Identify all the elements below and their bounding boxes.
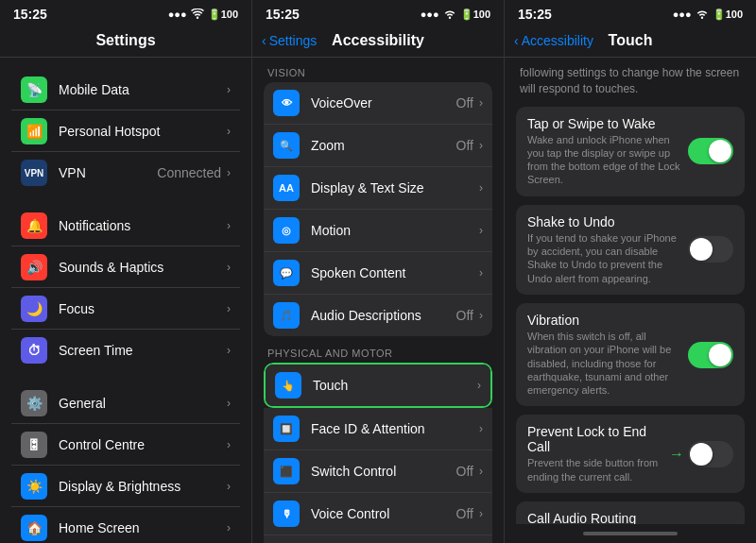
- arrow-prevent-lock: →: [669, 441, 733, 467]
- back-chevron-3: ‹: [514, 33, 519, 48]
- item-icon-screen-time: ⏱: [21, 337, 47, 364]
- p3-row-call-audio: Call Audio RoutingCall audio routing det…: [516, 501, 745, 524]
- p2-item-audio-desc[interactable]: 🎵Audio DescriptionsOff›: [264, 295, 492, 336]
- green-arrow-icon: →: [669, 446, 684, 463]
- p2-item-display-text[interactable]: AADisplay & Text Size›: [264, 167, 492, 210]
- p3-item-vibration[interactable]: VibrationWhen this switch is off, all vi…: [516, 303, 745, 406]
- bot-items: ⚙️General›🎛Control Centre›☀️Display & Br…: [11, 382, 240, 543]
- p2-chevron-voiceover: ›: [479, 96, 483, 110]
- p3-item-prevent-lock[interactable]: Prevent Lock to End CallPrevent the side…: [516, 415, 745, 493]
- p3-item-shake-undo[interactable]: Shake to UndoIf you tend to shake your i…: [516, 205, 745, 295]
- nav-bar-2: ‹ Settings Accessibility: [252, 26, 504, 58]
- item-icon-vpn: VPN: [21, 160, 47, 186]
- back-label-3: Accessibility: [522, 33, 593, 48]
- item-icon-personal-hotspot: 📶: [21, 118, 47, 144]
- toggle-prevent-lock[interactable]: [688, 441, 733, 467]
- p2-item-voice-control[interactable]: 🎙Voice ControlOff›: [264, 493, 492, 535]
- item-icon-display: ☀️: [21, 473, 47, 500]
- p2-chevron-display-text: ›: [479, 181, 483, 195]
- p2-icon-voice-control: 🎙: [273, 501, 300, 527]
- p3-title-tap-swipe-wake: Tap or Swipe to Wake: [527, 116, 688, 131]
- p2-item-motion[interactable]: ◎Motion›: [264, 210, 492, 252]
- list-item-sounds[interactable]: 🔊Sounds & Haptics›: [11, 246, 240, 288]
- item-label-display: Display & Brightness: [59, 479, 227, 494]
- list-item-focus[interactable]: 🌙Focus›: [11, 288, 240, 330]
- p3-item-tap-swipe-wake[interactable]: Tap or Swipe to WakeWake and unlock iPho…: [516, 107, 745, 196]
- p2-label-switch-control: Switch Control: [311, 464, 456, 479]
- nav-bar-3: ‹ Accessibility Touch: [505, 26, 756, 58]
- toggle-tap-swipe-wake[interactable]: [688, 138, 733, 164]
- status-icons-2: ●●● 🔋100: [421, 8, 490, 21]
- list-item-display[interactable]: ☀️Display & Brightness›: [11, 466, 240, 507]
- p2-icon-switch-control: ⬛: [273, 458, 300, 484]
- list-item-notifications[interactable]: 🔔Notifications›: [11, 205, 240, 246]
- p2-chevron-spoken-content: ›: [479, 266, 483, 280]
- vision-label: VISION: [264, 65, 492, 82]
- touch-intro: following settings to change how the scr…: [516, 58, 745, 107]
- p2-label-voiceover: VoiceOver: [311, 95, 456, 110]
- item-icon-control-centre: 🎛: [21, 432, 47, 458]
- list-item-screen-time[interactable]: ⏱Screen Time›: [11, 330, 240, 371]
- p2-item-face-id-attention[interactable]: 🔲Face ID & Attention›: [264, 408, 492, 450]
- toggle-shake-undo[interactable]: [688, 236, 733, 263]
- top-items: 📡Mobile Data›📶Personal Hotspot›VPNVPNCon…: [11, 69, 240, 194]
- p2-item-zoom[interactable]: 🔍ZoomOff›: [264, 125, 492, 167]
- p2-label-spoken-content: Spoken Content: [311, 265, 479, 280]
- list-item-control-centre[interactable]: 🎛Control Centre›: [11, 424, 240, 466]
- physical-items: 👆Touch›🔲Face ID & Attention›⬛Switch Cont…: [264, 363, 492, 543]
- item-label-control-centre: Control Centre: [59, 437, 227, 452]
- top-group: 📡Mobile Data›📶Personal Hotspot›VPNVPNCon…: [0, 65, 251, 194]
- p3-content-vibration: VibrationWhen this switch is off, all vi…: [527, 313, 688, 397]
- status-bar-2: 15:25 ●●● 🔋100: [252, 0, 504, 26]
- chevron-vpn: ›: [227, 166, 231, 179]
- wifi-icon-3: [696, 8, 709, 21]
- list-item-general[interactable]: ⚙️General›: [11, 382, 240, 424]
- p2-chevron-touch: ›: [477, 379, 481, 392]
- list-item-personal-hotspot[interactable]: 📶Personal Hotspot›: [11, 110, 240, 152]
- mid-group: 🔔Notifications›🔊Sounds & Haptics›🌙Focus›…: [0, 201, 251, 371]
- list-item-mobile-data[interactable]: 📡Mobile Data›: [11, 69, 240, 110]
- item-icon-mobile-data: 📡: [21, 76, 47, 103]
- item-label-vpn: VPN: [59, 165, 157, 180]
- p3-title-shake-undo: Shake to Undo: [527, 214, 688, 229]
- p3-row-prevent-lock: Prevent Lock to End CallPrevent the side…: [516, 415, 745, 493]
- battery-icon-3: 🔋100: [713, 8, 743, 21]
- p3-item-call-audio[interactable]: Call Audio RoutingCall audio routing det…: [516, 501, 745, 524]
- wifi-icon-2: [443, 8, 456, 21]
- p2-item-switch-control[interactable]: ⬛Switch ControlOff›: [264, 450, 492, 493]
- highlight-wrapper-touch: 👆Touch›: [264, 363, 492, 408]
- battery-icon-2: 🔋100: [460, 8, 490, 21]
- p2-item-voiceover[interactable]: 👁VoiceOverOff›: [264, 82, 492, 125]
- item-label-notifications: Notifications: [59, 218, 227, 233]
- p2-item-side-button[interactable]: ▪Side Button›: [264, 535, 492, 543]
- p2-label-zoom: Zoom: [311, 138, 456, 153]
- toggle-vibration[interactable]: [688, 342, 733, 368]
- p3-row-tap-swipe-wake: Tap or Swipe to WakeWake and unlock iPho…: [516, 107, 745, 196]
- toggle-knob-shake-undo: [690, 238, 713, 261]
- list-item-home-screen[interactable]: 🏠Home Screen›: [11, 507, 240, 543]
- time-1: 15:25: [13, 7, 47, 22]
- touch-items: Tap or Swipe to WakeWake and unlock iPho…: [516, 107, 745, 524]
- mid-items: 🔔Notifications›🔊Sounds & Haptics›🌙Focus›…: [11, 205, 240, 371]
- p2-icon-spoken-content: 💬: [273, 260, 300, 286]
- toggle-knob-tap-swipe-wake: [709, 140, 731, 162]
- p2-icon-display-text: AA: [273, 175, 300, 201]
- back-button-3[interactable]: ‹ Accessibility: [514, 33, 593, 48]
- p3-title-call-audio: Call Audio Routing: [527, 511, 667, 524]
- p2-item-touch[interactable]: 👆Touch›: [266, 365, 490, 406]
- p2-chevron-zoom: ›: [479, 139, 483, 152]
- item-label-personal-hotspot: Personal Hotspot: [59, 124, 227, 139]
- p3-content-call-audio: Call Audio RoutingCall audio routing det…: [527, 511, 667, 524]
- p2-item-spoken-content[interactable]: 💬Spoken Content›: [264, 252, 492, 295]
- back-button-2[interactable]: ‹ Settings: [262, 33, 317, 48]
- item-icon-sounds: 🔊: [21, 254, 47, 280]
- p2-label-touch: Touch: [313, 378, 477, 393]
- p2-icon-voiceover: 👁: [273, 90, 300, 116]
- bot-group: ⚙️General›🎛Control Centre›☀️Display & Br…: [0, 379, 251, 543]
- p3-content-prevent-lock: Prevent Lock to End CallPrevent the side…: [527, 424, 669, 484]
- chevron-general: ›: [227, 397, 231, 410]
- back-chevron-2: ‹: [262, 33, 266, 48]
- list-item-vpn[interactable]: VPNVPNConnected›: [11, 152, 240, 194]
- p2-value-switch-control: Off: [456, 464, 473, 479]
- p3-title-prevent-lock: Prevent Lock to End Call: [527, 424, 669, 454]
